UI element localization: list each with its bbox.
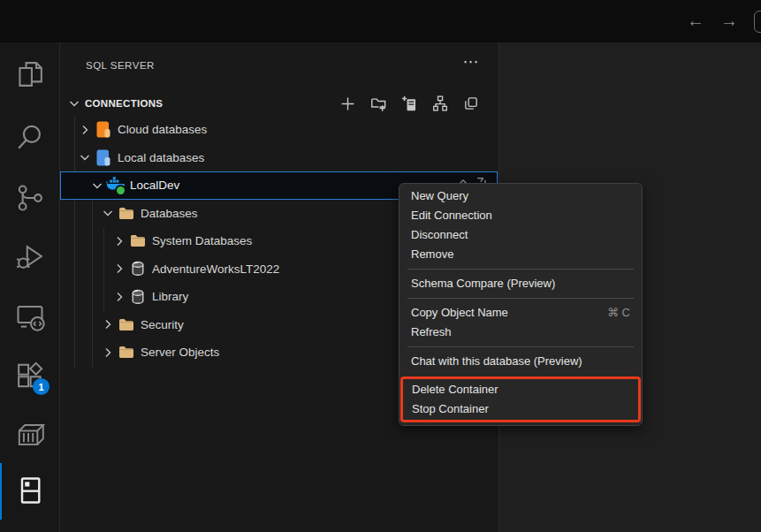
database-icon — [128, 260, 148, 277]
chevron-down-icon[interactable] — [101, 206, 115, 220]
database-icon — [128, 288, 148, 306]
menu-item-disconnect[interactable]: Disconnect — [400, 225, 642, 245]
sql-server-view-icon[interactable] — [14, 475, 46, 506]
menu-item-label: Refresh — [411, 323, 452, 342]
menu-item-label: Stop Container — [412, 399, 489, 419]
tree-item-label: Cloud databases — [118, 123, 207, 136]
chevron-right-icon[interactable] — [112, 262, 126, 276]
run-debug-icon[interactable] — [14, 240, 46, 272]
menu-item-label: Disconnect — [411, 225, 468, 245]
menu-item-label: New Query — [411, 186, 468, 206]
source-control-icon[interactable] — [14, 182, 46, 214]
menu-item-new-query[interactable]: New Query — [400, 186, 642, 206]
menu-separator — [407, 346, 634, 347]
folder-icon — [117, 344, 136, 361]
chevron-right-icon[interactable] — [101, 317, 115, 331]
remote-explorer-icon[interactable] — [14, 300, 46, 332]
explorer-icon[interactable] — [14, 58, 46, 90]
menu-item-label: Delete Container — [412, 380, 498, 399]
tree-item-label: AdventureWorksLT2022 — [152, 262, 279, 276]
chevron-right-icon[interactable] — [112, 234, 126, 248]
docker-container-icon — [106, 177, 126, 194]
activity-bar: 1 — [0, 42, 60, 532]
navigate-back-button[interactable]: ← — [685, 9, 706, 32]
menu-item-label: Copy Object Name — [411, 303, 508, 323]
menu-item-schema-compare[interactable]: Schema Compare (Preview) — [400, 274, 642, 293]
active-view-indicator — [0, 463, 2, 520]
annotation-highlight-box: Delete Container Stop Container — [400, 376, 641, 422]
menu-item-remove[interactable]: Remove — [400, 245, 642, 264]
connections-toolbar — [339, 92, 480, 115]
connection-group-orange-icon — [94, 121, 113, 139]
tree-item-label: Local databases — [118, 151, 204, 164]
chevron-down-icon[interactable] — [78, 150, 92, 164]
folder-icon — [117, 204, 136, 222]
folder-icon — [117, 315, 136, 333]
sidebar-title: SQL SERVER — [86, 60, 155, 71]
extensions-badge: 1 — [33, 378, 49, 395]
connection-group-blue-icon — [94, 148, 113, 166]
chevron-down-icon[interactable] — [90, 179, 104, 193]
chevron-right-icon[interactable] — [78, 123, 92, 137]
menu-item-label: Remove — [411, 245, 453, 264]
menu-item-shortcut: ⌘ C — [607, 303, 630, 323]
tree-item-label: LocalDev — [130, 179, 179, 192]
chevron-right-icon[interactable] — [112, 290, 126, 304]
duplicate-button[interactable] — [462, 95, 480, 112]
menu-item-refresh[interactable]: Refresh — [400, 323, 642, 342]
navigate-forward-button[interactable]: → — [719, 9, 740, 32]
tree-item-label: Server Objects — [141, 346, 219, 359]
add-connection-button[interactable] — [339, 95, 356, 112]
menu-item-copy-object-name[interactable]: Copy Object Name ⌘ C — [400, 303, 642, 323]
menu-separator — [407, 298, 634, 299]
title-bar: ← → — [0, 0, 761, 42]
folder-icon — [128, 232, 148, 250]
more-actions-button[interactable]: ⋯ — [460, 53, 483, 72]
context-menu: New Query Edit Connection Disconnect Rem… — [399, 183, 643, 426]
menu-item-label: Schema Compare (Preview) — [411, 274, 555, 293]
menu-item-stop-container[interactable]: Stop Container — [403, 399, 638, 419]
menu-item-label: Edit Connection — [411, 206, 492, 225]
tree-item-label: System Databases — [152, 234, 252, 247]
chevron-down-icon[interactable] — [67, 96, 81, 110]
menu-item-chat-with-database[interactable]: Chat with this database (Preview) — [400, 352, 642, 371]
menu-item-edit-connection[interactable]: Edit Connection — [400, 206, 642, 225]
connections-section-label: CONNECTIONS — [85, 98, 163, 109]
new-connection-group-button[interactable] — [369, 95, 387, 112]
containers-icon[interactable] — [14, 419, 46, 451]
chevron-right-icon[interactable] — [101, 346, 115, 360]
menu-separator — [407, 269, 634, 270]
server-hierarchy-button[interactable] — [431, 95, 449, 112]
menu-item-delete-container[interactable]: Delete Container — [403, 380, 638, 399]
menu-item-label: Chat with this database (Preview) — [411, 352, 582, 371]
running-status-dot — [115, 185, 126, 196]
tree-item-label: Security — [141, 318, 184, 331]
tree-item-cloud-databases[interactable]: Cloud databases — [60, 116, 498, 144]
tree-item-label: Databases — [141, 207, 198, 220]
tree-item-label: Library — [152, 290, 188, 303]
new-deployment-button[interactable] — [400, 95, 418, 112]
search-icon[interactable] — [14, 121, 46, 153]
layout-panel-icon[interactable] — [754, 11, 761, 33]
tree-item-local-databases[interactable]: Local databases — [60, 144, 498, 172]
